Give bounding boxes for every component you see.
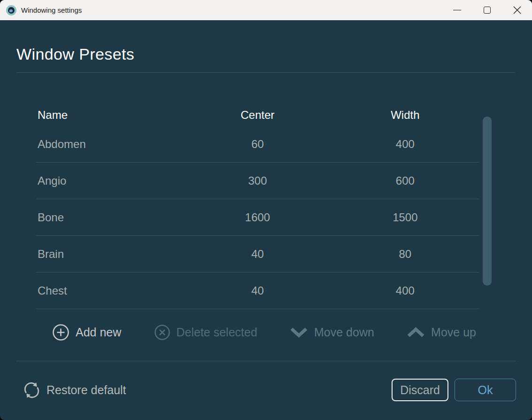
presets-table: Name Center Width Abdomen 60 400 Angio 3…	[36, 104, 479, 309]
ok-button[interactable]: Ok	[455, 379, 516, 401]
table-row[interactable]: Brain 40 80	[36, 236, 479, 272]
table-row[interactable]: Bone 1600 1500	[36, 199, 479, 236]
restore-default-label: Restore default	[46, 383, 126, 397]
add-new-label: Add new	[76, 326, 121, 339]
column-header-name: Name	[36, 109, 184, 122]
table-row[interactable]: Abdomen 60 400	[36, 126, 479, 163]
move-down-label: Move down	[314, 326, 374, 339]
window-titlebar: Windowing settings	[0, 0, 532, 20]
cell-name: Abdomen	[36, 138, 184, 151]
dialog-buttons: Discard Ok	[392, 379, 516, 401]
minimize-icon	[453, 10, 461, 10]
cell-center: 300	[184, 174, 331, 187]
delete-selected-button[interactable]: Delete selected	[154, 324, 257, 341]
app-icon	[6, 5, 16, 16]
refresh-icon	[23, 381, 41, 399]
cell-width: 400	[332, 138, 479, 151]
x-circle-icon	[154, 324, 170, 341]
cell-center: 1600	[184, 211, 331, 224]
minimize-button[interactable]	[442, 0, 472, 20]
column-header-center: Center	[184, 109, 331, 122]
cell-center: 40	[184, 284, 331, 297]
cell-name: Bone	[36, 211, 184, 224]
restore-default-button[interactable]: Restore default	[23, 381, 126, 399]
cell-width: 1500	[332, 211, 479, 224]
cell-name: Chest	[36, 284, 184, 297]
close-icon	[513, 6, 521, 14]
cell-width: 400	[332, 284, 479, 297]
move-up-label: Move up	[431, 326, 476, 339]
cell-name: Angio	[36, 174, 184, 187]
discard-button[interactable]: Discard	[392, 379, 448, 401]
app-icon-swirl	[9, 9, 13, 12]
page-title: Window Presets	[16, 44, 532, 64]
maximize-button[interactable]	[472, 0, 502, 20]
table-scrollbar[interactable]	[483, 117, 492, 286]
move-down-button[interactable]: Move down	[290, 326, 374, 339]
plus-circle-icon	[52, 324, 69, 341]
chevron-up-icon	[407, 327, 425, 338]
cell-name: Brain	[36, 248, 184, 261]
chevron-down-icon	[290, 327, 308, 338]
table-row[interactable]: Angio 300 600	[36, 163, 479, 199]
heading-divider	[16, 72, 515, 73]
cell-width: 80	[332, 248, 479, 261]
window-title: Windowing settings	[21, 6, 82, 14]
windowing-settings-dialog: Windowing settings Window Presets Name C…	[0, 0, 532, 420]
table-row[interactable]: Chest 40 400	[36, 272, 479, 309]
table-actions: Add new Delete selected Move down Move u…	[52, 321, 476, 343]
cell-center: 60	[184, 138, 331, 151]
close-button[interactable]	[502, 0, 532, 20]
table-header-row: Name Center Width	[36, 104, 479, 126]
cell-width: 600	[332, 174, 479, 187]
footer-divider	[16, 361, 516, 361]
cell-center: 40	[184, 248, 331, 261]
column-header-width: Width	[332, 109, 479, 122]
window-controls	[442, 0, 532, 20]
add-new-button[interactable]: Add new	[52, 324, 121, 341]
delete-selected-label: Delete selected	[177, 326, 257, 339]
footer: Restore default Discard Ok	[0, 379, 532, 401]
maximize-icon	[484, 7, 491, 14]
move-up-button[interactable]: Move up	[407, 326, 476, 339]
